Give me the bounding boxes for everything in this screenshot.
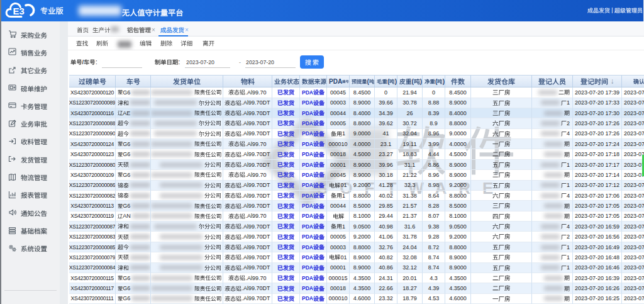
svg-text:E3: E3 — [13, 6, 25, 16]
